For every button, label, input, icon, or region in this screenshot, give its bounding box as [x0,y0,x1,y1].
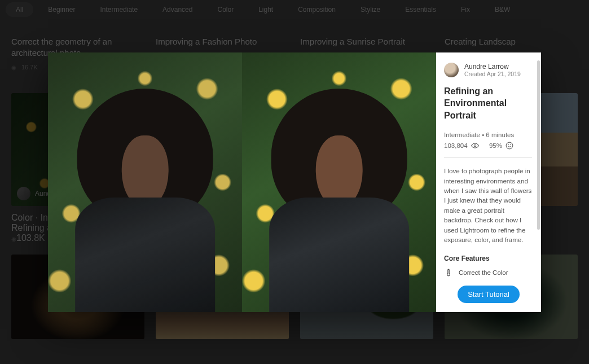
feature-label: Correct the Color [459,269,508,276]
svg-point-0 [474,145,476,147]
svg-point-3 [510,144,511,145]
svg-point-1 [506,142,513,149]
tutorial-title: Refining an Environmental Portrait [444,85,532,122]
smile-icon [506,142,513,150]
tutorial-level-duration: Intermediate • 6 minutes [444,131,532,138]
view-count: 103,804 [444,142,468,149]
tutorial-stats: 103,804 95% [444,142,532,158]
author-avatar [444,63,459,77]
thermometer-icon [444,268,453,277]
svg-point-2 [508,144,509,145]
tutorial-modal: ✕ Aundre Larrow [48,52,541,312]
modal-side-panel: Aundre Larrow Created Apr 21, 2019 Refin… [436,52,541,312]
start-tutorial-button[interactable]: Start Tutorial [458,286,520,303]
eye-icon [471,142,479,150]
core-features-heading: Core Features [444,255,532,262]
scrollbar[interactable] [537,60,540,230]
feature-row: Correct the Color [444,268,532,277]
satisfaction-percent: 95% [489,142,502,149]
author-name: Aundre Larrow [464,63,521,71]
created-date: Created Apr 21, 2019 [464,71,521,77]
before-after-image [48,52,436,312]
tutorial-description: I love to photograph people in interesti… [444,166,532,244]
modal-overlay: ✕ Aundre Larrow [0,0,589,364]
